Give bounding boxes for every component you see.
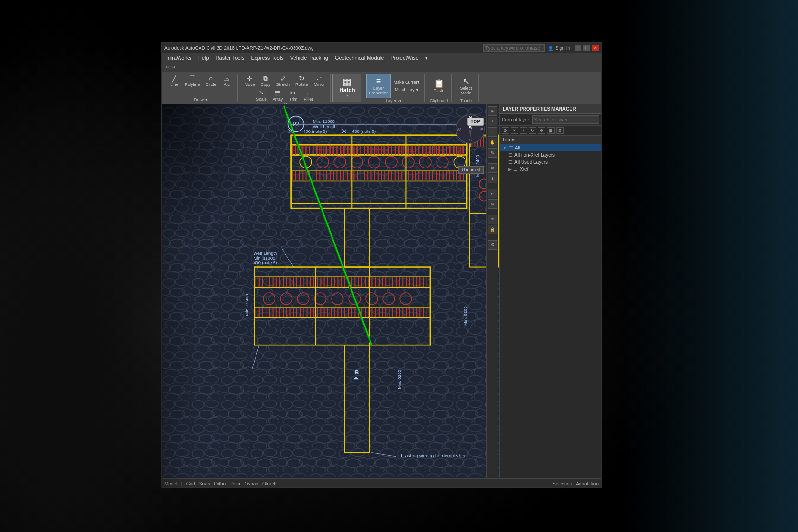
- scale-button[interactable]: ⇲Scale: [254, 88, 269, 103]
- drawing-canvas[interactable]: P2 400 (note 5) 400 (note 5) Min. 11800 …: [162, 104, 601, 478]
- minimize-button[interactable]: −: [575, 45, 581, 51]
- grid-toggle[interactable]: Grid: [186, 481, 195, 486]
- layer-item-xref[interactable]: ▶ ☰ Xref: [505, 166, 601, 173]
- snap-button[interactable]: ⊕: [488, 163, 497, 173]
- menu-help[interactable]: Help: [195, 54, 212, 62]
- select-mode-button[interactable]: ↖ SelectMode: [456, 74, 475, 98]
- menu-vehicle-tracking[interactable]: Vehicle Tracking: [287, 54, 331, 62]
- maximize-button[interactable]: □: [583, 45, 590, 51]
- svg-text:Weir Length: Weir Length: [253, 251, 277, 256]
- svg-rect-25: [344, 146, 345, 153]
- clipboard-group-label: Clipboard: [430, 98, 448, 103]
- hatch-button[interactable]: ▦ Hatch ▾: [336, 75, 358, 100]
- svg-rect-277: [396, 308, 397, 317]
- settings-button[interactable]: ⚙: [488, 240, 497, 250]
- menu-geotechnical[interactable]: Geotechnical Module: [332, 54, 387, 62]
- expand-all-button[interactable]: ⊞: [556, 127, 564, 134]
- array-button[interactable]: ▦Array: [270, 88, 285, 103]
- undo-button[interactable]: ↩: [165, 65, 169, 70]
- rotate-button[interactable]: ↻Rotate: [293, 74, 311, 88]
- svg-rect-102: [443, 145, 444, 155]
- svg-text:Min. 11800: Min. 11800: [253, 256, 275, 261]
- svg-rect-104: [449, 145, 450, 155]
- orbit-button[interactable]: ↻: [488, 148, 497, 158]
- layer-rt-button[interactable]: ≡: [488, 215, 497, 224]
- svg-rect-247: [293, 308, 294, 317]
- ortho-toggle[interactable]: Ortho: [214, 481, 226, 486]
- layer-label-all: All: [515, 145, 520, 150]
- svg-rect-244: [283, 308, 284, 317]
- layer-properties-button[interactable]: ≡ LayerProperties: [366, 74, 390, 98]
- svg-rect-132: [330, 171, 331, 181]
- layer-item-non-xref[interactable]: ☰ All non-Xref Layers: [505, 151, 601, 159]
- svg-rect-86: [388, 145, 389, 155]
- paste-button[interactable]: 📋 Paste: [429, 74, 448, 98]
- undo-rt-button[interactable]: ↩: [488, 189, 497, 198]
- layer-panel-toolbar: ⊕ ✕ ✓ ↻ ⚙ ▦ ⊞: [500, 126, 601, 136]
- svg-rect-241: [273, 308, 274, 317]
- menu-more[interactable]: ▾: [422, 54, 431, 62]
- menu-infraworks[interactable]: InfraWorks: [163, 54, 194, 62]
- menu-express-tools[interactable]: Express Tools: [248, 54, 286, 62]
- stretch-button[interactable]: ⤢Stretch: [274, 74, 293, 88]
- set-current-button[interactable]: ✓: [520, 127, 527, 134]
- status-bar: Model | Grid Snap Ortho Polar Osnap Otra…: [162, 478, 601, 488]
- osnap-toggle[interactable]: Osnap: [245, 481, 258, 486]
- svg-rect-185: [293, 277, 294, 287]
- properties-button[interactable]: ℹ: [488, 174, 497, 183]
- sign-in-label[interactable]: Sign In: [555, 46, 570, 51]
- trim-button[interactable]: ✂Trim: [286, 88, 300, 103]
- zoom-in-button[interactable]: +: [488, 117, 497, 126]
- svg-rect-252: [310, 308, 311, 317]
- layer-label-non-xref: All non-Xref Layers: [514, 152, 555, 158]
- refresh-button[interactable]: ↻: [529, 127, 536, 134]
- unnamed-layer-popup: Unnamed: [458, 166, 484, 174]
- layer-search-input[interactable]: [532, 115, 599, 124]
- redo-rt-button[interactable]: ↪: [488, 199, 497, 209]
- layer-label-xref: Xref: [520, 167, 528, 172]
- model-label[interactable]: Model: [164, 481, 177, 486]
- make-current-button[interactable]: Make Current: [392, 79, 422, 85]
- settings-lp-button[interactable]: ⚙: [538, 127, 545, 134]
- close-button[interactable]: ✕: [592, 45, 598, 51]
- new-layer-button[interactable]: ⊕: [502, 127, 509, 134]
- layer-item-all[interactable]: ▼ ☰ All: [500, 144, 601, 151]
- arc-button[interactable]: ⌓Arc: [220, 74, 234, 88]
- polyline-button[interactable]: ⌒Polyline: [182, 74, 202, 88]
- svg-rect-259: [334, 308, 335, 317]
- svg-rect-20: [325, 146, 326, 153]
- svg-rect-281: [409, 308, 410, 317]
- menu-projectwise[interactable]: ProjectWise: [388, 54, 421, 62]
- svg-rect-125: [306, 171, 307, 181]
- keyword-search-input[interactable]: [483, 44, 545, 52]
- match-layer-button[interactable]: Match Layer: [392, 86, 422, 93]
- polar-toggle[interactable]: Polar: [229, 481, 240, 486]
- svg-rect-177: [266, 277, 266, 287]
- svg-rect-150: [391, 171, 392, 181]
- svg-rect-222: [419, 277, 420, 287]
- zoom-out-button[interactable]: −: [488, 127, 497, 137]
- redo-button[interactable]: ↪: [171, 65, 175, 70]
- line-button[interactable]: ╱Line: [167, 74, 181, 88]
- svg-rect-219: [409, 277, 410, 287]
- circle-button[interactable]: ○Circle: [203, 74, 219, 88]
- pan-button[interactable]: ✋: [488, 138, 497, 147]
- svg-rect-189: [307, 277, 308, 287]
- copy-button[interactable]: ⧉Copy: [258, 74, 273, 88]
- otrack-toggle[interactable]: Otrack: [262, 481, 276, 486]
- lock-button[interactable]: 🔒: [488, 225, 497, 234]
- top-view-button[interactable]: TOP: [467, 118, 484, 126]
- delete-layer-button[interactable]: ✕: [511, 127, 518, 134]
- zoom-extents-button[interactable]: ⊞: [488, 106, 497, 116]
- layer-item-used[interactable]: ☰ All Used Layers: [505, 159, 601, 166]
- svg-rect-195: [327, 277, 328, 287]
- mirror-button[interactable]: ⇌Mirror: [312, 74, 328, 88]
- fillet-button[interactable]: ⌐Fillet: [301, 88, 315, 103]
- menu-raster-tools[interactable]: Raster Tools: [213, 54, 247, 62]
- svg-rect-245: [286, 308, 287, 317]
- columns-button[interactable]: ▦: [547, 127, 555, 134]
- move-button[interactable]: ✛Move: [242, 74, 257, 88]
- svg-rect-216: [399, 277, 400, 287]
- snap-toggle[interactable]: Snap: [199, 481, 210, 486]
- svg-rect-158: [418, 171, 419, 181]
